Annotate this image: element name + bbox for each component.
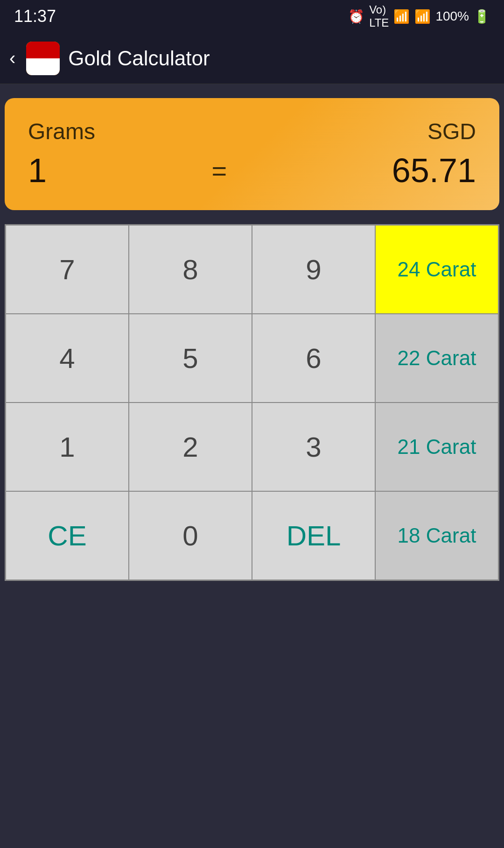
status-icons: ⏰ Vo)LTE 📶 📶 100% 🔋 xyxy=(348,3,490,29)
key-18-carat[interactable]: 18 Carat xyxy=(375,491,498,580)
key-8[interactable]: 8 xyxy=(129,225,252,314)
status-time: 11:37 xyxy=(14,7,56,26)
key-del[interactable]: DEL xyxy=(252,491,375,580)
signal-icon: 📶 xyxy=(414,9,431,24)
currency-label: SGD xyxy=(427,119,476,144)
back-button[interactable]: ‹ xyxy=(9,48,15,69)
key-4[interactable]: 4 xyxy=(6,314,129,403)
app-bar: ‹ Gold Calculator xyxy=(0,33,504,84)
key-3[interactable]: 3 xyxy=(252,403,375,491)
keypad-grid: 78924 Carat45622 Carat12321 CaratCE0DEL1… xyxy=(5,224,499,581)
keypad-wrapper: 78924 Carat45622 Carat12321 CaratCE0DEL1… xyxy=(5,224,499,581)
key-2[interactable]: 2 xyxy=(129,403,252,491)
battery-icon: 🔋 xyxy=(474,9,490,24)
currency-value: 65.71 xyxy=(392,151,476,190)
key-24-carat[interactable]: 24 Carat xyxy=(375,225,498,314)
display-values-row: 1 = 65.71 xyxy=(28,151,476,190)
app-icon xyxy=(26,42,60,75)
key-6[interactable]: 6 xyxy=(252,314,375,403)
battery-text: 100% xyxy=(435,9,469,24)
key-21-carat[interactable]: 21 Carat xyxy=(375,403,498,491)
alarm-icon: ⏰ xyxy=(348,9,364,24)
status-bar: 11:37 ⏰ Vo)LTE 📶 📶 100% 🔋 xyxy=(0,0,504,33)
key-1[interactable]: 1 xyxy=(6,403,129,491)
key-ce[interactable]: CE xyxy=(6,491,129,580)
equals-symbol: = xyxy=(212,155,227,186)
key-5[interactable]: 5 xyxy=(129,314,252,403)
key-9[interactable]: 9 xyxy=(252,225,375,314)
lte-icon: Vo)LTE xyxy=(369,3,389,29)
display-labels-row: Grams SGD xyxy=(28,119,476,144)
app-title: Gold Calculator xyxy=(68,47,210,70)
key-7[interactable]: 7 xyxy=(6,225,129,314)
key-22-carat[interactable]: 22 Carat xyxy=(375,314,498,403)
top-separator xyxy=(0,84,504,98)
key-0[interactable]: 0 xyxy=(129,491,252,580)
wifi-icon: 📶 xyxy=(393,9,410,24)
grams-value: 1 xyxy=(28,151,47,190)
display-panel: Grams SGD 1 = 65.71 xyxy=(5,98,499,210)
grams-label: Grams xyxy=(28,119,95,144)
